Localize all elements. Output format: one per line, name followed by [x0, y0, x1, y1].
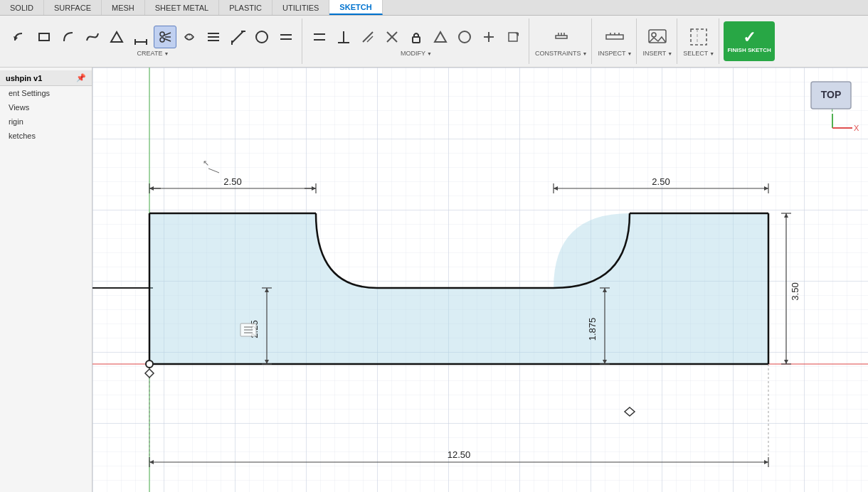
- x-cross-tool[interactable]: [381, 26, 403, 48]
- svg-line-27: [387, 32, 397, 42]
- svg-rect-28: [413, 37, 420, 43]
- sketch-canvas: 2.50 2.50 2.25 1.875: [92, 68, 868, 492]
- svg-marker-2: [111, 32, 122, 42]
- sidebar-item-origin[interactable]: rigin: [0, 114, 92, 129]
- create-tools: [9, 26, 297, 48]
- cursor-indicator: ↖: [203, 159, 209, 167]
- dim-top-left: 2.50: [223, 176, 241, 187]
- perpendicular-tool[interactable]: [332, 26, 355, 48]
- select-tools: [687, 26, 710, 48]
- dim-far-right-vert: 3.50: [790, 282, 800, 300]
- view-label: TOP: [821, 89, 842, 100]
- equal-constraint-tool[interactable]: [275, 26, 297, 48]
- lock-tool[interactable]: [405, 26, 428, 48]
- dim-right-vert: 1.875: [587, 318, 598, 341]
- constraints-tools: [550, 26, 573, 48]
- svg-point-45: [652, 33, 656, 37]
- offset-tool[interactable]: [178, 26, 201, 48]
- image-insert-tool[interactable]: [646, 26, 669, 48]
- svg-line-9: [164, 38, 171, 41]
- create-label[interactable]: CREATE▼: [137, 50, 169, 57]
- tab-sheet-metal[interactable]: SHEET METAL: [145, 0, 219, 15]
- finish-sketch-button[interactable]: ✓ FINISH SKETCH: [724, 21, 775, 61]
- box-expand-tool[interactable]: [502, 26, 524, 48]
- point-tool[interactable]: [477, 26, 500, 48]
- insert-label[interactable]: INSERT▼: [642, 50, 672, 57]
- svg-rect-44: [649, 30, 666, 43]
- svg-line-24: [363, 32, 373, 42]
- sidebar-item-sketches[interactable]: ketches: [0, 129, 92, 143]
- sidebar-item-views[interactable]: Views: [0, 100, 92, 114]
- tab-sketch[interactable]: SKETCH: [329, 0, 382, 15]
- main-area: ushpin v1 📌 ent Settings Views rigin ket…: [0, 68, 868, 492]
- sidebar: ushpin v1 📌 ent Settings Views rigin ket…: [0, 68, 92, 492]
- insert-tools: [646, 26, 669, 48]
- triangle-constraint-tool[interactable]: [429, 26, 452, 48]
- tab-utilities[interactable]: UTILITIES: [272, 0, 329, 15]
- polygon-tool[interactable]: [105, 26, 128, 48]
- circle-constraint-tool[interactable]: [453, 26, 476, 48]
- svg-point-17: [256, 31, 268, 43]
- svg-line-26: [387, 32, 397, 42]
- line-tool[interactable]: [226, 26, 249, 48]
- svg-rect-46: [691, 29, 706, 45]
- svg-rect-36: [556, 36, 567, 38]
- sidebar-header: ushpin v1 📌: [0, 70, 92, 86]
- svg-rect-1: [39, 33, 49, 41]
- select-group: SELECT▼: [679, 18, 719, 64]
- canvas-area[interactable]: 2.50 2.50 2.25 1.875: [92, 68, 868, 492]
- dim-top-right: 2.50: [652, 176, 669, 187]
- ruler-tool[interactable]: [603, 26, 626, 48]
- document-title: ushpin v1: [6, 74, 42, 82]
- rectangle-tool[interactable]: [33, 26, 55, 48]
- hatch-tool[interactable]: [202, 26, 225, 48]
- undo-arc-tool[interactable]: [9, 26, 31, 48]
- svg-point-6: [160, 32, 164, 36]
- svg-marker-35: [515, 33, 519, 36]
- modify-group: MODIFY▼: [304, 18, 529, 64]
- inspect-group: INSPECT▼: [593, 18, 637, 64]
- tab-solid[interactable]: SOLID: [0, 0, 44, 15]
- sidebar-item-settings[interactable]: ent Settings: [0, 86, 92, 100]
- constraints-label[interactable]: CONSTRAINTS▼: [535, 50, 587, 57]
- inspect-label[interactable]: INSPECT▼: [598, 50, 632, 57]
- parallel-lines-tool[interactable]: [308, 26, 331, 48]
- svg-point-33: [487, 36, 490, 38]
- svg-marker-29: [435, 32, 446, 42]
- svg-line-14: [232, 31, 243, 43]
- circle-tool[interactable]: [250, 26, 273, 48]
- svg-point-30: [459, 31, 470, 43]
- tab-plastic[interactable]: PLASTIC: [219, 0, 272, 15]
- insert-group: INSERT▼: [638, 18, 677, 64]
- svg-rect-34: [509, 33, 517, 41]
- diagonal-line-tool[interactable]: [356, 26, 379, 48]
- cut-tool[interactable]: [154, 26, 176, 48]
- inspect-measure-tool[interactable]: [550, 26, 573, 48]
- svg-line-25: [367, 36, 373, 42]
- select-label[interactable]: SELECT▼: [683, 50, 714, 57]
- inspect-tools: [603, 26, 626, 48]
- svg-marker-0: [14, 36, 18, 41]
- dimension-tool[interactable]: [129, 26, 152, 48]
- tab-surface[interactable]: SURFACE: [44, 0, 102, 15]
- svg-line-8: [164, 33, 171, 36]
- finish-sketch-icon: ✓: [743, 28, 756, 47]
- toolbar: SOLID SURFACE MESH SHEET METAL PLASTIC U…: [0, 0, 868, 68]
- tool-bar: CREATE▼: [0, 16, 868, 67]
- dim-bottom-horiz: 12.50: [448, 449, 471, 460]
- spline-tool[interactable]: [81, 26, 104, 48]
- svg-point-7: [160, 38, 164, 42]
- svg-rect-40: [606, 35, 623, 39]
- constraints-group: CONSTRAINTS▼: [531, 18, 592, 64]
- view-cube[interactable]: X Y TOP: [804, 75, 861, 132]
- svg-point-93: [146, 360, 153, 368]
- modify-label[interactable]: MODIFY▼: [401, 50, 432, 57]
- sidebar-pin-icon[interactable]: 📌: [76, 73, 86, 82]
- tab-mesh[interactable]: MESH: [102, 0, 145, 15]
- create-group: CREATE▼: [4, 18, 302, 64]
- svg-text:X: X: [854, 124, 859, 132]
- modify-tools: [308, 26, 524, 48]
- arc-tool[interactable]: [57, 26, 80, 48]
- finish-sketch-label: FINISH SKETCH: [727, 47, 771, 54]
- select-tool[interactable]: [687, 26, 710, 48]
